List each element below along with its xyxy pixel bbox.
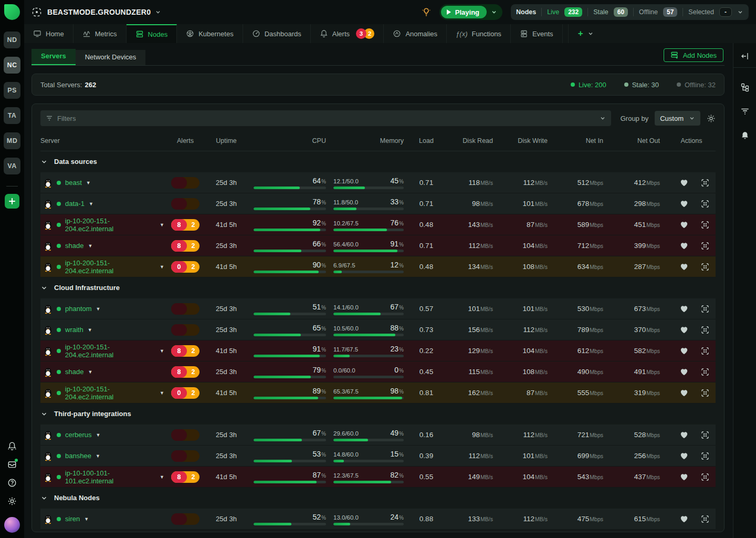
app-logo[interactable] (4, 4, 20, 20)
table-row[interactable]: phantom ▼ 25d 3h 51% 14.1/60.0 67% 0.57 … (40, 298, 716, 319)
server-name-link[interactable]: ip-10-200-151-204.ec2.internal (65, 343, 155, 359)
table-row[interactable]: ip-10-200-151-204.ec2.internal ▼ 0 2 41d… (40, 256, 716, 277)
server-chevron-down-icon[interactable]: ▼ (96, 432, 101, 438)
group-header[interactable]: Cloud Infrastructure (40, 277, 716, 298)
favorite-heart-icon[interactable] (680, 515, 688, 523)
alerts-badge[interactable] (171, 198, 200, 210)
filter-icon[interactable] (740, 107, 750, 116)
col-net-in[interactable]: Net In (555, 137, 603, 144)
table-row[interactable]: shade ▼ 8 2 25d 3h 79% 0.0/60.0 0% 0.45 … (40, 361, 716, 382)
alerts-badge[interactable] (171, 177, 200, 189)
alarm-bell-icon[interactable] (740, 131, 750, 140)
node-info-scan-icon[interactable] (701, 347, 709, 355)
server-name-link[interactable]: shade (65, 368, 83, 376)
server-name-link[interactable]: ip-10-200-151-204.ec2.internal (65, 259, 155, 275)
node-tree-icon[interactable] (740, 82, 750, 92)
server-chevron-down-icon[interactable]: ▼ (88, 327, 92, 333)
alerts-badge[interactable] (171, 303, 200, 315)
col-load[interactable]: Load (411, 137, 442, 144)
col-server[interactable]: Server (40, 137, 164, 144)
server-chevron-down-icon[interactable]: ▼ (88, 243, 92, 249)
node-info-scan-icon[interactable] (701, 431, 709, 439)
space-chevron-down-icon[interactable] (155, 9, 161, 15)
alerts-badge[interactable]: 8 2 (171, 240, 200, 252)
workspace-nd[interactable]: ND (4, 32, 20, 48)
group-by-select[interactable]: Custom (655, 111, 700, 126)
group-header[interactable]: Third-party integrations (40, 404, 716, 425)
favorite-heart-icon[interactable] (680, 221, 688, 229)
server-chevron-down-icon[interactable]: ▼ (160, 348, 164, 354)
col-uptime[interactable]: Uptime (206, 137, 246, 144)
table-row[interactable]: ip-10-200-151-204.ec2.internal ▼ 8 2 41d… (40, 340, 716, 361)
server-name-link[interactable]: data-1 (65, 200, 85, 208)
workspace-md[interactable]: MD (4, 132, 20, 149)
group-chevron-down-icon[interactable] (40, 410, 48, 418)
favorite-heart-icon[interactable] (680, 200, 688, 208)
help-icon[interactable] (7, 478, 17, 488)
node-info-scan-icon[interactable] (701, 263, 709, 271)
server-name-link[interactable]: wraith (65, 326, 83, 334)
table-row[interactable]: ip-10-200-151-204.ec2.internal ▼ 8 2 41d… (40, 214, 716, 235)
tab-alerts[interactable]: Alerts 3 2 (311, 24, 384, 43)
alerts-badge[interactable]: 8 2 (171, 471, 200, 483)
group-chevron-down-icon[interactable] (40, 158, 48, 165)
table-row[interactable]: wraith ▼ 25d 3h 65% 10.5/60.0 88% 0.73 1… (40, 319, 716, 340)
group-header[interactable]: Nebula Nodes (40, 488, 716, 509)
col-disk-write[interactable]: Disk Write (500, 137, 548, 144)
col-alerts[interactable]: Alerts (172, 137, 199, 144)
server-chevron-down-icon[interactable]: ▼ (160, 264, 164, 270)
group-header[interactable]: Data sources (40, 151, 716, 172)
favorite-heart-icon[interactable] (680, 263, 688, 271)
table-row[interactable]: shade ▼ 8 2 25d 3h 66% 56.4/60.0 91% 0.7… (40, 235, 716, 256)
favorite-heart-icon[interactable] (680, 473, 688, 481)
subtab-servers[interactable]: Servers (32, 49, 76, 65)
server-name-link[interactable]: banshee (65, 452, 91, 460)
tab-home[interactable]: Home (24, 24, 74, 43)
table-row[interactable]: ip-10-200-151-204.ec2.internal ▼ 0 2 41d… (40, 382, 716, 404)
favorite-heart-icon[interactable] (680, 431, 688, 439)
server-chevron-down-icon[interactable]: ▼ (89, 201, 93, 206)
node-info-scan-icon[interactable] (701, 515, 709, 523)
favorite-heart-icon[interactable] (680, 347, 688, 355)
favorite-heart-icon[interactable] (680, 389, 688, 397)
add-workspace-button[interactable] (5, 194, 19, 209)
server-chevron-down-icon[interactable]: ▼ (88, 369, 92, 375)
filters-chevron-down-icon[interactable] (600, 115, 606, 121)
node-info-scan-icon[interactable] (701, 473, 709, 481)
server-chevron-down-icon[interactable]: ▼ (96, 306, 101, 312)
nodes-status-summary[interactable]: Nodes Live 232 Stale 60 Offline 57 Selec… (511, 4, 749, 20)
node-info-scan-icon[interactable] (701, 179, 709, 187)
add-nodes-button[interactable]: Add Nodes (664, 48, 723, 62)
server-name-link[interactable]: beast (65, 179, 82, 187)
alerts-badge[interactable] (171, 513, 200, 525)
collapse-panel-icon[interactable] (740, 51, 750, 61)
alerts-badge[interactable]: 8 2 (171, 219, 200, 231)
server-name-link[interactable]: ip-10-200-151-204.ec2.internal (65, 385, 155, 401)
alerts-badge[interactable] (171, 324, 200, 336)
inbox-icon[interactable] (7, 460, 17, 469)
table-row[interactable]: siren ▼ 25d 3h 52% 13.0/60.0 24% 0.88 13… (40, 509, 716, 530)
server-chevron-down-icon[interactable]: ▼ (96, 453, 100, 459)
group-chevron-down-icon[interactable] (40, 494, 48, 502)
node-info-scan-icon[interactable] (701, 452, 709, 460)
alerts-badge[interactable]: 8 2 (171, 366, 200, 378)
col-disk-read[interactable]: Disk Read (449, 137, 493, 144)
workspace-ta[interactable]: TA (4, 107, 20, 124)
alerts-badge[interactable] (171, 450, 200, 462)
tab-dashboards[interactable]: Dashboards (243, 24, 311, 43)
server-chevron-down-icon[interactable]: ▼ (160, 390, 164, 396)
server-name-link[interactable]: cerberus (65, 431, 92, 439)
space-name[interactable]: BEASTMODE.GROUNDZER0 (47, 8, 151, 16)
tab-nodes[interactable]: Nodes (127, 24, 177, 43)
server-name-link[interactable]: siren (65, 515, 80, 523)
alerts-badge[interactable]: 0 2 (171, 261, 200, 273)
table-row[interactable]: data-1 ▼ 25d 3h 78% 11.8/50.0 33% 0.71 9… (40, 193, 716, 214)
node-info-scan-icon[interactable] (701, 326, 709, 334)
col-memory[interactable]: Memory (333, 137, 404, 144)
add-tab-button[interactable]: + (568, 24, 603, 43)
tab-events[interactable]: Events (511, 24, 563, 43)
table-row[interactable]: beast ▼ 25d 3h 64% 12.1/50.0 45% 0.71 11… (40, 172, 716, 193)
node-info-scan-icon[interactable] (701, 389, 709, 397)
subtab-network-devices[interactable]: Network Devices (76, 50, 146, 65)
col-net-out[interactable]: Net Out (611, 137, 660, 144)
